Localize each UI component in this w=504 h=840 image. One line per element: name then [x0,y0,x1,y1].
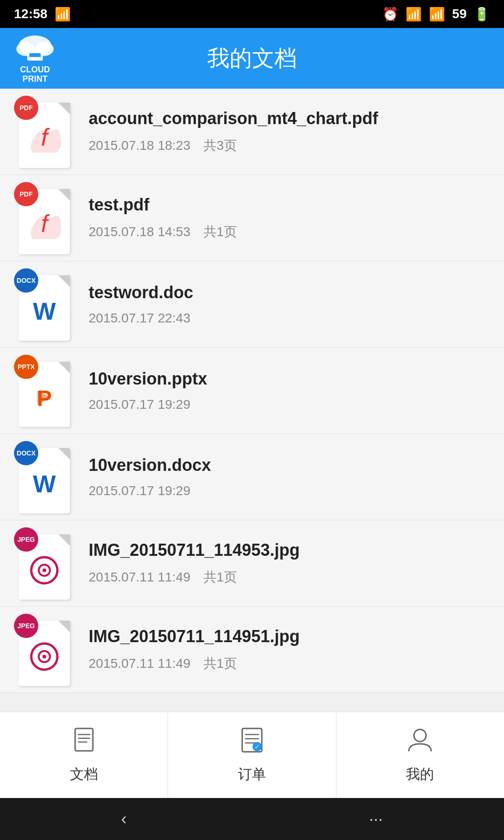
file-badge: PDF [14,182,38,206]
file-name: 10version.pptx [89,369,490,389]
file-icon: JPEG [14,527,75,600]
file-badge: JPEG [14,527,38,552]
cloud-print-logo-icon [14,33,56,65]
nav-label-profile: 我的 [406,765,434,784]
list-item[interactable]: PPTX P 10version.pptx 2015.07.17 19:29 [0,348,504,434]
app-logo: CLOUDPRINT [14,33,56,84]
file-info: 10version.pptx 2015.07.17 19:29 [89,369,490,412]
file-type-icon: f [26,117,63,161]
list-item[interactable]: PDF f account_comparison_mt4_chart.pdf 2… [0,89,504,175]
battery-level: 59 [452,7,467,21]
logo-text: CLOUDPRINT [20,65,50,84]
file-name: testword.doc [89,283,490,302]
svg-rect-5 [29,57,41,60]
file-meta: 2015.07.17 22:43 [89,311,490,326]
file-icon: PPTX P [14,355,75,427]
svg-point-14 [42,568,46,572]
app-bar: CLOUDPRINT 我的文档 [0,28,504,89]
file-info: test.pdf 2015.07.18 14:53 共1页 [89,195,490,241]
svg-rect-18 [75,728,93,751]
system-nav-bar: ‹ ··· [0,798,504,840]
file-icon: DOCX W [14,441,75,513]
file-list: PDF f account_comparison_mt4_chart.pdf 2… [0,89,504,712]
file-icon: PDF f [14,182,75,254]
svg-point-17 [42,655,46,658]
svg-point-28 [414,729,426,742]
file-badge: PPTX [14,355,38,379]
list-item[interactable]: PDF f test.pdf 2015.07.18 14:53 共1页 [0,175,504,261]
battery-icon: 🔋 [474,7,490,22]
svg-text:W: W [33,470,56,497]
file-meta: 2015.07.11 11:49 共1页 [89,568,490,586]
file-meta: 2015.07.11 11:49 共1页 [89,655,490,672]
list-item[interactable]: JPEG IMG_20150711_114953.jpg 2015.07.11 … [0,520,504,607]
list-item[interactable]: DOCX W testword.doc 2015.07.17 22:43 [0,261,504,348]
back-button[interactable]: ‹ [121,809,126,829]
nav-label-documents: 文档 [70,765,98,784]
status-bar: 12:58 📶 ⏰ 📶 📶 59 🔋 [0,0,504,28]
status-right: ⏰ 📶 📶 59 🔋 [382,7,490,22]
file-name: IMG_20150711_114951.jpg [89,627,490,646]
file-meta: 2015.07.18 14:53 共1页 [89,223,490,241]
file-badge: PDF [14,96,38,120]
file-meta: 2015.07.17 19:29 [89,483,490,498]
documents-icon [70,726,98,759]
menu-button[interactable]: ··· [369,809,383,829]
file-badge: DOCX [14,441,38,465]
file-meta: 2015.07.18 18:23 共3页 [89,137,490,154]
file-name: 10version.docx [89,455,490,475]
status-sim-icon: 📶 [55,7,71,22]
nav-item-orders[interactable]: ✓ 订单 [168,712,336,798]
svg-text:✓: ✓ [254,743,260,750]
orders-icon: ✓ [238,726,266,759]
file-icon: DOCX W [14,268,75,341]
file-type-icon [26,548,63,593]
page-title: 我的文档 [207,43,297,73]
status-time: 12:58 [14,7,48,21]
file-type-icon: f [26,203,63,247]
nav-label-orders: 订单 [238,765,266,784]
file-type-icon: P [26,376,63,420]
file-info: account_comparison_mt4_chart.pdf 2015.07… [89,109,490,154]
wifi-icon: 📶 [406,7,422,22]
file-info: IMG_20150711_114953.jpg 2015.07.11 11:49… [89,540,490,586]
nav-item-profile[interactable]: 我的 [336,712,504,798]
file-info: 10version.docx 2015.07.17 19:29 [89,455,490,498]
file-name: IMG_20150711_114953.jpg [89,540,490,560]
signal-icon: 📶 [429,7,445,22]
file-info: IMG_20150711_114951.jpg 2015.07.11 11:49… [89,627,490,672]
file-type-icon [26,635,63,679]
file-badge: JPEG [14,614,38,638]
file-icon: JPEG [14,614,75,686]
file-name: account_comparison_mt4_chart.pdf [89,109,490,128]
list-item[interactable]: JPEG IMG_20150711_114951.jpg 2015.07.11 … [0,607,504,693]
file-type-icon: W [26,289,63,334]
file-icon: PDF f [14,96,75,168]
file-badge: DOCX [14,268,38,293]
alarm-icon: ⏰ [382,7,399,22]
file-info: testword.doc 2015.07.17 22:43 [89,283,490,326]
file-meta: 2015.07.17 19:29 [89,397,490,412]
file-type-icon: W [26,462,63,506]
profile-icon [406,726,434,759]
list-item[interactable]: DOCX W 10version.docx 2015.07.17 19:29 [0,434,504,520]
bottom-nav: 文档 ✓ 订单 我的 [0,712,504,798]
file-name: test.pdf [89,195,490,215]
svg-text:W: W [33,298,56,325]
status-left: 12:58 📶 [14,7,71,22]
nav-item-documents[interactable]: 文档 [0,712,168,798]
